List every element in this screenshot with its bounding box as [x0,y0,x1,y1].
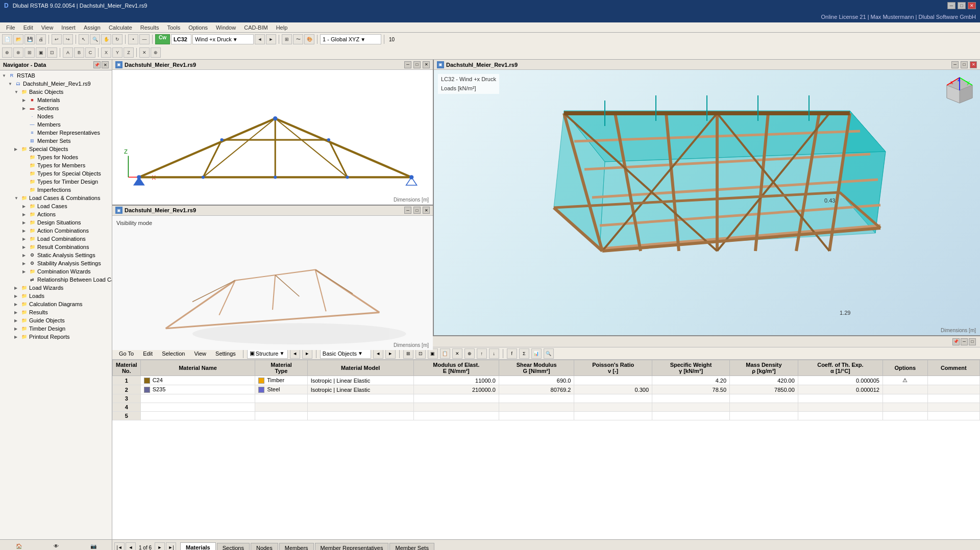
menu-file[interactable]: File [2,23,19,32]
tree-actions[interactable]: ▶ 📁 Actions [0,210,112,218]
tb2-copy[interactable]: ⊕ [151,47,161,58]
tb-redo[interactable]: ↪ [63,34,73,44]
vp-bl-max[interactable]: □ [413,207,421,214]
tree-design-situations[interactable]: ▶ 📁 Design Situations [0,218,112,227]
viewport-bottom-left[interactable]: ▣ Dachstuhl_Meier_Rev1.rs9 ─ □ ✕ Visibil… [112,206,433,351]
cell-name[interactable] [140,394,255,403]
tb-prev-lc[interactable]: ◄ [255,34,265,44]
tab-materials[interactable]: Materials [180,542,216,550]
tb-print[interactable]: 🖨 [36,34,46,44]
table-row[interactable]: 5 [113,412,980,420]
bt-tb6[interactable]: ⊕ [464,348,475,359]
tree-rel-lc[interactable]: ⇌ Relationship Between Load Cases [0,276,112,284]
view-dropdown[interactable]: 1 - Global XYZ▼ [320,34,381,44]
vp-right-close[interactable]: ✕ [970,61,977,68]
tb2-axis-x[interactable]: X [101,47,111,58]
vp-tl-min[interactable]: ─ [404,61,411,68]
menu-assign[interactable]: Assign [80,23,105,32]
viewport-tl-canvas[interactable]: X Z [112,70,433,205]
tree-loads[interactable]: ▶ 📁 Loads [0,292,112,300]
bt-tb10[interactable]: Σ [519,348,529,359]
bt-tb9[interactable]: f [507,348,517,359]
tree-action-combinations[interactable]: ▶ 📁 Action Combinations [0,227,112,235]
tree-guide-objects[interactable]: ▶ 📁 Guide Objects [0,316,112,324]
tb-rotate[interactable]: ↻ [112,34,122,44]
tree-types-nodes[interactable]: 📁 Types for Nodes [0,153,112,161]
tb-node[interactable]: • [128,34,138,44]
tree-load-wizards[interactable]: ▶ 📁 Load Wizards [0,284,112,292]
tree-member-reps[interactable]: ≡ Member Representatives [0,129,112,137]
menu-view[interactable]: View [37,23,58,32]
tree-printout[interactable]: ▶ 📁 Printout Reports [0,333,112,341]
tb2-axis-z[interactable]: Z [124,47,134,58]
tab-member-reps[interactable]: Member Representatives [315,543,389,550]
tb2-btn1[interactable]: ⊕ [2,47,12,58]
tree-types-timber[interactable]: 📁 Types for Timber Design [0,178,112,186]
menu-cadbim[interactable]: CAD-BIM [240,23,272,32]
tree-materials[interactable]: ▶ ■ Materials [0,96,112,104]
tree-combo-wizards[interactable]: ▶ 📁 Combination Wizards [0,267,112,276]
viewport-bl-canvas[interactable]: Visibility mode [112,216,433,351]
tb2-btn7[interactable]: B [74,47,84,58]
tree-types-members[interactable]: 📁 Types for Members [0,161,112,169]
table-row[interactable]: 2 S235 Steel Isotropic | Linear Elastic2… [113,385,980,394]
maximize-button[interactable]: □ [958,2,966,9]
lc-code-dropdown[interactable]: LC32 [171,34,191,44]
tb-zoom[interactable]: 🔍 [90,34,100,44]
tab-bar[interactable]: |◄ ◄ 1 of 6 ► ►| Materials Sections Node… [112,539,980,550]
tree-result-combinations[interactable]: ▶ 📁 Result Combinations [0,243,112,251]
bp-min-btn[interactable]: ─ [961,338,968,345]
tree-rstab[interactable]: ▼ R RSTAB [0,71,112,80]
cell-name[interactable] [140,403,255,412]
vp-right-canvas[interactable]: LC32 - Wind +x Druck Loads [kN/m²] [434,70,980,335]
bp-pin-btn[interactable]: 📌 [952,338,960,345]
nav-footer-home[interactable]: 🏠 [13,541,24,551]
tb-member[interactable]: — [139,34,150,44]
bt-export[interactable]: 📊 [531,348,542,359]
nav-footer-camera[interactable]: 📷 [88,541,99,551]
tb2-delete[interactable]: ✕ [139,47,150,58]
tree-basic-objects[interactable]: ▼ 📁 Basic Objects [0,88,112,96]
tb2-btn6[interactable]: A [63,47,73,58]
tree-lcc[interactable]: ▼ 📁 Load Cases & Combinations [0,194,112,202]
menu-options[interactable]: Options [184,23,212,32]
tree-project[interactable]: ▼ 🗂 Dachstuhl_Meier_Rev1.rs9 [0,80,112,88]
vp-tl-max[interactable]: □ [413,61,421,68]
nav-footer-eye[interactable]: 👁 [51,541,62,551]
tb2-btn2[interactable]: ⊗ [13,47,23,58]
bottom-panel-controls[interactable]: 📌 ─ □ [952,338,976,345]
menu-results[interactable]: Results [136,23,163,32]
tree-members[interactable]: — Members [0,120,112,129]
tb-colored[interactable]: 🎨 [304,34,314,44]
tb-undo[interactable]: ↩ [52,34,62,44]
tb-calculate[interactable]: Cw [155,34,170,44]
table-row[interactable]: 1 C24 Timber Isotropic | Linear Elastic1… [113,376,980,385]
tree-sections[interactable]: ▶ ▬ Sections [0,104,112,112]
tb2-btn3[interactable]: ⊞ [24,47,35,58]
table-row[interactable]: 3 [113,394,980,403]
cell-name[interactable] [140,412,255,420]
bt-tb8[interactable]: ↓ [489,348,499,359]
bt-tb7[interactable]: ↑ [477,348,487,359]
tab-member-sets[interactable]: Member Sets [389,543,434,550]
page-first[interactable]: |◄ [114,542,125,550]
tb-open[interactable]: 📂 [13,34,23,44]
close-button[interactable]: ✕ [968,2,976,9]
tb2-btn8[interactable]: C [85,47,95,58]
vp-bl-min[interactable]: ─ [404,207,411,214]
materials-table[interactable]: MaterialNo. Material Name MaterialType M… [112,360,980,539]
menu-calculate[interactable]: Calculate [105,23,136,32]
menu-insert[interactable]: Insert [57,23,80,32]
vp-bl-close[interactable]: ✕ [423,207,430,214]
page-last[interactable]: ►| [166,542,176,550]
tab-sections[interactable]: Sections [217,543,250,550]
tree-load-cases[interactable]: ▶ 📁 Load Cases [0,202,112,210]
tb2-btn5[interactable]: ⊡ [47,47,57,58]
bt-tb4[interactable]: 📋 [440,348,450,359]
tab-members[interactable]: Members [279,543,314,550]
tree-types-special[interactable]: 📁 Types for Special Objects [0,169,112,178]
viewport-top-left[interactable]: ▣ Dachstuhl_Meier_Rev1.rs9 ─ □ ✕ X [112,60,433,206]
tb-pan[interactable]: ✋ [101,34,111,44]
tree-static-settings[interactable]: ▶ ⚙ Static Analysis Settings [0,251,112,259]
menu-bar[interactable]: File Edit View Insert Assign Calculate R… [0,22,980,33]
